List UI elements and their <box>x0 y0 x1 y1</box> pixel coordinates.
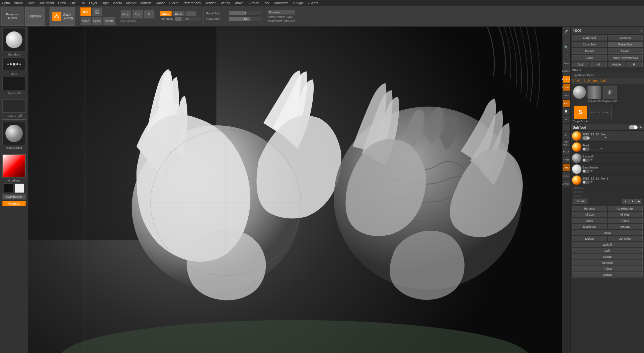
menu-light[interactable]: Light <box>101 1 109 5</box>
menu-transform[interactable]: Transform <box>273 1 288 5</box>
st-toggle-2[interactable] <box>582 158 590 162</box>
menu-material[interactable]: Material <box>141 1 153 5</box>
menu-stroke[interactable]: Stroke <box>234 1 243 5</box>
paste-st-button[interactable]: Paste <box>608 218 643 223</box>
subtool-item-1[interactable]: Fire1 — — — 👁 <box>571 142 644 153</box>
subtool-header[interactable]: SubTool 👁 <box>571 124 644 131</box>
st-toggle-0[interactable] <box>582 136 590 140</box>
arr-dn-button[interactable]: ▼ <box>629 199 636 204</box>
menu-layer[interactable]: Layer <box>89 1 97 5</box>
menu-zplugin[interactable]: ZPlugin <box>292 1 304 5</box>
canvas-area[interactable] <box>28 27 562 353</box>
dynamic-button[interactable]: Dynamic <box>267 10 295 15</box>
scroll-icon-btn[interactable]: ↕ <box>563 35 570 43</box>
all-high-button[interactable]: All High <box>608 212 643 217</box>
menu-zscript[interactable]: ZScript <box>308 1 318 5</box>
move-button[interactable]: Move <box>80 17 91 25</box>
zadd-button[interactable]: Zadd <box>160 11 172 16</box>
load-tool-button[interactable]: Load Tool <box>572 35 607 40</box>
copy-tool-button[interactable]: Copy Tool <box>572 42 607 47</box>
menu-marker[interactable]: Marker <box>126 1 136 5</box>
subtool-item-3[interactable]: BaseSockel 👁 <box>571 164 644 175</box>
polymesh3d-preview[interactable]: ✳ PolyMesh3D <box>602 86 617 103</box>
menu-render[interactable]: Render <box>205 1 216 5</box>
menu-file[interactable]: File <box>80 1 85 5</box>
focal-shift-slider[interactable]: 0 <box>229 11 262 16</box>
edit-button[interactable]: Edit <box>80 7 91 16</box>
insert-button[interactable]: Insert <box>572 230 643 235</box>
floor-icon-btn[interactable]: FLOOR <box>563 76 570 83</box>
scale-icon-btn[interactable]: ⤡ <box>563 124 570 131</box>
import-button[interactable]: Import <box>572 48 607 54</box>
r-button[interactable]: R <box>626 62 643 67</box>
list-all-button[interactable]: List All <box>573 199 587 204</box>
cylinder3d-preview[interactable]: Cylinder3D <box>587 86 601 103</box>
poly-icon-btn[interactable]: POLY <box>563 148 570 155</box>
del-all-button[interactable]: Del All <box>572 242 643 247</box>
fire-preview[interactable]: 2015_12_16_fire... <box>589 106 612 123</box>
st-toggle-1[interactable] <box>582 147 590 151</box>
arr-up-button[interactable]: ▲ <box>622 199 629 204</box>
rename-button[interactable]: Rename <box>572 206 607 211</box>
save-as-button[interactable]: Save As <box>608 35 643 40</box>
sphere3d-preview[interactable] <box>573 86 586 103</box>
auto-reorder-button[interactable]: AutoReorder <box>608 206 643 211</box>
subtool-toggle[interactable] <box>629 125 638 129</box>
mrgb-button[interactable]: Mrgb <box>120 10 131 19</box>
xyz-icon-btn[interactable]: XYZ <box>563 100 570 107</box>
split-button[interactable]: Split <box>572 248 643 253</box>
menu-picker[interactable]: Picker <box>169 1 179 5</box>
subtool-eye-2[interactable]: 👁 <box>590 158 593 161</box>
subtool-eye-4[interactable]: 👁 <box>590 181 593 184</box>
project-button[interactable]: Project <box>572 266 643 271</box>
xpose-icon-btn[interactable]: XPOSE <box>563 180 570 187</box>
subtool-eye-3[interactable]: 👁 <box>590 169 593 172</box>
rotate-icon-btn[interactable]: ↻ <box>563 132 570 139</box>
subtool-eye-icon[interactable]: 👁 <box>639 126 642 129</box>
subtool-item-2[interactable]: Extract5 👁 <box>571 153 644 164</box>
arr-right-button[interactable]: ▶ <box>636 199 642 204</box>
brush-icon-btn[interactable] <box>563 27 570 35</box>
export-button[interactable]: Export <box>608 48 643 54</box>
move-icon-btn[interactable]: ✛ <box>563 116 570 123</box>
local-icon-btn[interactable]: LOCAL <box>563 84 570 91</box>
m-button[interactable]: M <box>144 10 155 19</box>
alpha-off-preview[interactable] <box>2 77 26 90</box>
alpha-preview[interactable] <box>2 28 26 51</box>
swatch-black[interactable] <box>4 184 13 193</box>
st-toggle-3[interactable] <box>582 169 590 173</box>
dot-brush-preview[interactable] <box>2 57 26 71</box>
extract-button[interactable]: Extract <box>572 272 643 277</box>
draw-size-slider[interactable]: 64 <box>229 17 262 21</box>
menu-stencil[interactable]: Stencil <box>220 1 230 5</box>
texture-preview[interactable] <box>2 99 26 113</box>
goz-button[interactable]: GoZ <box>572 62 589 67</box>
aahalf-icon-btn[interactable]: AA½ <box>563 60 570 67</box>
lightbox-button[interactable]: LightBox <box>25 7 45 26</box>
tool-collapse-arrow[interactable]: ◂ <box>640 29 642 32</box>
delete-button[interactable]: Delete <box>572 236 607 241</box>
persp-icon-btn[interactable]: PERSP <box>563 68 570 75</box>
menu-movie[interactable]: Movie <box>156 1 165 5</box>
menu-preferences[interactable]: Preferences <box>183 1 201 5</box>
del-other-button[interactable]: Del Other <box>608 236 643 241</box>
st-toggle-4[interactable] <box>582 181 590 184</box>
scale-button[interactable]: Scale <box>92 17 103 25</box>
append-button[interactable]: Append <box>608 224 643 229</box>
rotate-button[interactable]: Rotate <box>103 17 115 25</box>
lsym-icon-btn[interactable]: LSYM <box>563 92 570 99</box>
duplicate-button[interactable]: Duplicate <box>572 224 607 229</box>
menu-edit[interactable]: Edit <box>70 1 76 5</box>
visible-button[interactable]: Visible <box>608 62 625 67</box>
solo-icon-btn[interactable]: SOLO <box>563 172 570 179</box>
draw-button[interactable] <box>92 7 102 16</box>
simple-brush-preview[interactable]: S SimpleBrush <box>573 106 588 123</box>
all-button[interactable]: All <box>590 62 607 67</box>
quick-sketch-button[interactable]: Quick Sketch <box>50 7 75 26</box>
z-intensity-slider[interactable]: 25 <box>174 17 201 21</box>
all-low-button[interactable]: All Low <box>572 212 607 217</box>
projection-master-button[interactable]: Projection Master <box>1 7 24 26</box>
material-sphere[interactable] <box>2 122 26 145</box>
menu-alpha[interactable]: Alpha <box>1 1 10 5</box>
actual-icon-btn[interactable]: 1:1 <box>563 51 570 59</box>
